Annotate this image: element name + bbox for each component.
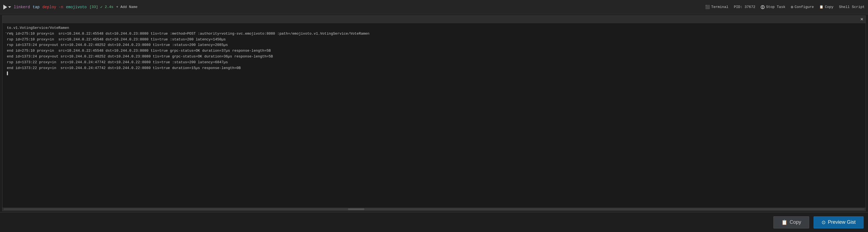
run-triangle-icon <box>3 5 7 10</box>
terminal-line-5: end id=1373:24 proxy=out src=10.244.0.22… <box>7 54 861 60</box>
copy-button-top[interactable]: 📋 Copy <box>819 5 833 9</box>
add-name-button[interactable]: + Add Name <box>116 5 137 9</box>
task-status-time: 2.4s <box>105 5 113 9</box>
terminal-panel: ✕ ... to.v1.VotingService/VoteRamen req … <box>2 15 866 211</box>
terminal-line-1: req id=275:10 proxy=in src=10.244.0.22:4… <box>7 31 861 37</box>
task-status-count: [33] <box>89 5 98 9</box>
bottom-bar: 📋 Copy ⊙ Preview Gist <box>0 212 868 232</box>
task-status: [33] ✓ 2.4s <box>89 5 113 9</box>
copy-button-label: Copy <box>789 219 801 225</box>
scrollbar-area[interactable] <box>2 207 866 211</box>
more-options-button[interactable]: ... <box>5 29 13 34</box>
gear-icon: ⚙ <box>791 5 793 9</box>
terminal-cursor-line: ▌ <box>7 71 861 77</box>
run-chevron-icon <box>8 6 11 8</box>
task-flag: deploy -n <box>42 5 63 9</box>
terminal-line-4: end id=275:10 proxy=in src=10.244.0.22:4… <box>7 48 861 54</box>
github-icon: ⊙ <box>822 219 826 225</box>
terminal-line-7: end id=1373:22 proxy=in src=10.244.0.24:… <box>7 65 861 71</box>
terminal-item[interactable]: ⬛ Terminal <box>705 5 728 9</box>
task-subcommand: tap <box>33 5 40 9</box>
terminal-content[interactable]: to.v1.VotingService/VoteRamen req id=275… <box>2 23 866 207</box>
copy-icon-top: 📋 <box>819 5 824 9</box>
preview-gist-label: Preview Gist <box>828 219 856 225</box>
preview-gist-button[interactable]: ⊙ Preview Gist <box>813 216 864 228</box>
copy-button-bottom[interactable]: 📋 Copy <box>773 216 809 228</box>
terminal-line-2: rsp id=275:10 proxy=in src=10.244.0.22:4… <box>7 37 861 43</box>
task-bar-left: linkerd tap deploy -n emojivoto [33] ✓ 2… <box>3 5 702 10</box>
stop-icon <box>761 5 765 9</box>
terminal-label: Terminal <box>711 5 728 9</box>
add-name-label: + Add Name <box>116 5 137 9</box>
task-bar: linkerd tap deploy -n emojivoto [33] ✓ 2… <box>0 0 868 14</box>
close-button[interactable]: ✕ <box>860 17 863 22</box>
stop-label: Stop Task <box>766 5 785 9</box>
task-bar-right: ⬛ Terminal PID: 37672 Stop Task ⚙ Config… <box>705 5 865 9</box>
scrollbar-thumb[interactable] <box>348 208 364 210</box>
task-command: linkerd <box>14 5 30 9</box>
run-button[interactable] <box>3 5 11 10</box>
terminal-line-0: to.v1.VotingService/VoteRamen <box>7 25 861 31</box>
terminal-line-3: rsp id=1373:24 proxy=out src=10.244.0.22… <box>7 42 861 48</box>
configure-button[interactable]: ⚙ Configure <box>791 5 814 9</box>
stop-task-button[interactable]: Stop Task <box>761 5 785 9</box>
terminal-header: ✕ <box>2 16 866 23</box>
shell-label: Shell Script <box>839 5 865 9</box>
configure-label: Configure <box>795 5 814 9</box>
shell-script-label: Shell Script <box>839 5 865 9</box>
check-icon: ✓ <box>100 5 102 9</box>
pid-label: PID: 37672 <box>734 5 755 9</box>
terminal-icon: ⬛ <box>705 5 710 9</box>
pid-item: PID: 37672 <box>734 5 755 9</box>
copy-icon-bottom: 📋 <box>781 219 787 225</box>
terminal-line-6: rsp id=1373:22 proxy=in src=10.244.0.24:… <box>7 60 861 65</box>
task-arg: emojivoto <box>66 5 87 9</box>
copy-label-top: Copy <box>825 5 833 9</box>
scrollbar-track[interactable] <box>4 208 864 210</box>
